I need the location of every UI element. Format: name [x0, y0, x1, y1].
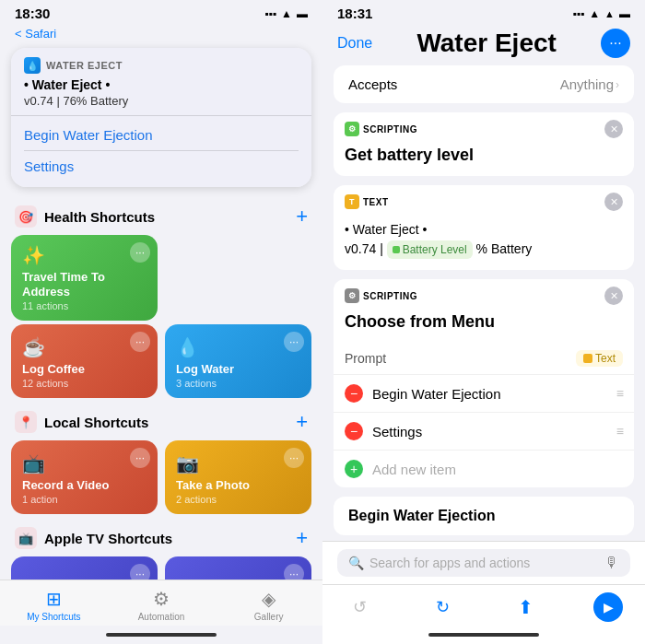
notif-header: 💧 WATER EJECT	[24, 57, 299, 74]
battery-label-text: Battery Level	[403, 241, 467, 258]
section-local-header: 📍 Local Shortcuts +	[11, 402, 311, 440]
scripting-badge-1: ⚙ SCRIPTING	[345, 122, 417, 136]
text-card-1-close[interactable]: ✕	[604, 193, 623, 211]
photo-card[interactable]: ··· 📷 Take a Photo 2 actions	[165, 440, 311, 514]
nav-gallery-icon: ◈	[262, 588, 276, 610]
mic-icon[interactable]: 🎙	[604, 555, 619, 571]
nav-my-shortcuts[interactable]: ⊞ My Shortcuts	[0, 588, 108, 622]
status-bar-right: 18:31 ▪▪▪ ▲ ▲ ▬	[322, 0, 645, 25]
video-card-subtitle: 1 action	[22, 494, 147, 505]
appletv-section-title: Apple TV Shortcuts	[44, 531, 172, 546]
safari-back[interactable]: Safari	[0, 25, 322, 48]
coffee-card-menu[interactable]: ···	[130, 332, 150, 352]
drag-icon-1: ≡	[616, 386, 623, 401]
notif-app-icon: 💧	[24, 57, 41, 74]
time-right: 18:31	[337, 6, 372, 21]
status-icons-right: ▪▪▪ ▲ ▲ ▬	[572, 7, 630, 20]
notif-app-name: WATER EJECT	[46, 60, 299, 71]
tv1-card-menu[interactable]: ···	[130, 564, 150, 580]
text-suffix: % Battery	[476, 241, 533, 256]
scripting-card-1-close[interactable]: ✕	[604, 120, 623, 138]
nav-my-shortcuts-icon: ⊞	[46, 588, 62, 610]
photo-card-icon: 📷	[176, 452, 300, 474]
left-panel: 18:30 ▪▪▪ ▲ ▬ Safari 💧 WATER EJECT • Wat…	[0, 0, 322, 644]
search-placeholder: Search for apps and actions	[369, 556, 599, 570]
nav-automation[interactable]: ⚙ Automation	[108, 588, 216, 622]
coffee-card[interactable]: ··· ☕ Log Coffee 12 actions	[11, 324, 158, 398]
accepts-row[interactable]: Accepts Anything ›	[334, 65, 634, 103]
nav-my-shortcuts-label: My Shortcuts	[27, 612, 80, 622]
appletv-grid: ··· 🖥 ··· 📱	[11, 556, 311, 580]
empty-card	[165, 235, 311, 321]
text-card-1: T TEXT ✕ • Water Eject • v0.74 | Battery…	[334, 185, 634, 270]
right-panel: 18:31 ▪▪▪ ▲ ▲ ▬ Done Water Eject ··· Acc…	[322, 0, 645, 644]
menu-item-2[interactable]: − Settings ≡	[334, 413, 634, 451]
notif-action-settings[interactable]: Settings	[24, 150, 299, 178]
local-section-icon: 📍	[15, 411, 37, 433]
home-indicator-right	[322, 626, 645, 644]
redo-button[interactable]: ↻	[428, 592, 457, 622]
travel-card-menu[interactable]: ···	[130, 242, 150, 263]
text-badge-icon-1: T	[345, 194, 359, 209]
status-icons-left: ▪▪▪ ▲ ▬	[264, 7, 308, 20]
scripting-badge-icon-1: ⚙	[345, 122, 359, 136]
health-add-button[interactable]: +	[296, 206, 308, 227]
menu-item-1-label: Begin Water Ejection	[372, 386, 607, 402]
bottom-nav: ⊞ My Shortcuts ⚙ Automation ◈ Gallery	[0, 580, 322, 626]
photo-card-title: Take a Photo	[176, 478, 300, 493]
appletv-add-button[interactable]: +	[296, 528, 308, 548]
minus-icon-2[interactable]: −	[345, 422, 363, 440]
local-grid: ··· 📺 Record a Video 1 action ··· 📷 Take…	[11, 440, 311, 514]
undo-button[interactable]: ↺	[345, 592, 374, 622]
video-card-icon: 📺	[22, 452, 147, 474]
battery-icon: ▬	[297, 7, 308, 20]
notif-body: v0.74 | 76% Battery	[24, 94, 299, 108]
photo-card-menu[interactable]: ···	[284, 448, 304, 468]
menu-item-add[interactable]: + Add new item	[334, 451, 634, 487]
done-button[interactable]: Done	[337, 35, 372, 52]
menu-item-1[interactable]: − Begin Water Ejection ≡	[334, 375, 634, 413]
signal-icon-right: ▪▪▪	[572, 7, 584, 20]
minus-icon-1[interactable]: −	[345, 384, 363, 403]
more-options-button[interactable]: ···	[601, 29, 630, 58]
video-card[interactable]: ··· 📺 Record a Video 1 action	[11, 440, 158, 514]
time-left: 18:30	[15, 6, 50, 21]
tv2-card[interactable]: ··· 📱	[165, 556, 311, 580]
logwater-card[interactable]: ··· 💧 Log Water 3 actions	[165, 324, 311, 398]
nav-gallery-label: Gallery	[254, 612, 284, 622]
video-card-menu[interactable]: ···	[130, 448, 150, 468]
local-add-button[interactable]: +	[296, 412, 308, 432]
search-bar: 🔍 Search for apps and actions 🎙	[322, 541, 645, 584]
scripting-label-2: SCRIPTING	[363, 291, 417, 301]
share-button[interactable]: ⬆	[510, 592, 540, 622]
nav-gallery[interactable]: ◈ Gallery	[215, 588, 322, 622]
text-badge-1: T TEXT	[345, 194, 389, 209]
notif-title: • Water Eject •	[24, 77, 299, 92]
travel-card[interactable]: ··· ✨ Travel Time To Address 11 actions	[11, 235, 158, 321]
logwater-card-menu[interactable]: ···	[284, 332, 304, 352]
text-line1: • Water Eject •	[345, 220, 623, 240]
play-button[interactable]: ▶	[593, 592, 623, 622]
right-content: Accepts Anything › ⚙ SCRIPTING ✕ Get bat…	[322, 65, 645, 541]
scripting-badge-icon-2: ⚙	[345, 288, 359, 303]
scripting-badge-2: ⚙ SCRIPTING	[345, 288, 417, 303]
tv1-card[interactable]: ··· 🖥	[11, 556, 158, 580]
location-icon-right: ▲	[604, 8, 615, 19]
health-section-icon: 🎯	[15, 205, 37, 228]
notif-action-begin[interactable]: Begin Water Ejection	[24, 123, 299, 146]
wifi-icon-right: ▲	[589, 7, 600, 20]
text-prefix: v0.74 |	[345, 241, 387, 256]
plus-icon-add[interactable]: +	[345, 460, 363, 478]
begin-water-row: Begin Water Ejection	[334, 497, 634, 535]
menu-card-title: Choose from Menu	[334, 309, 634, 343]
accepts-value-text: Anything	[560, 76, 614, 92]
tv2-card-menu[interactable]: ···	[284, 564, 304, 580]
logwater-card-subtitle: 3 actions	[176, 378, 300, 389]
menu-item-2-label: Settings	[372, 424, 607, 439]
photo-card-subtitle: 2 actions	[176, 494, 300, 505]
wifi-icon: ▲	[281, 7, 292, 20]
scripting-label-1: SCRIPTING	[363, 124, 417, 135]
search-input-area[interactable]: 🔍 Search for apps and actions 🎙	[337, 549, 630, 577]
menu-card-close[interactable]: ✕	[604, 287, 623, 305]
notif-divider	[11, 115, 311, 116]
